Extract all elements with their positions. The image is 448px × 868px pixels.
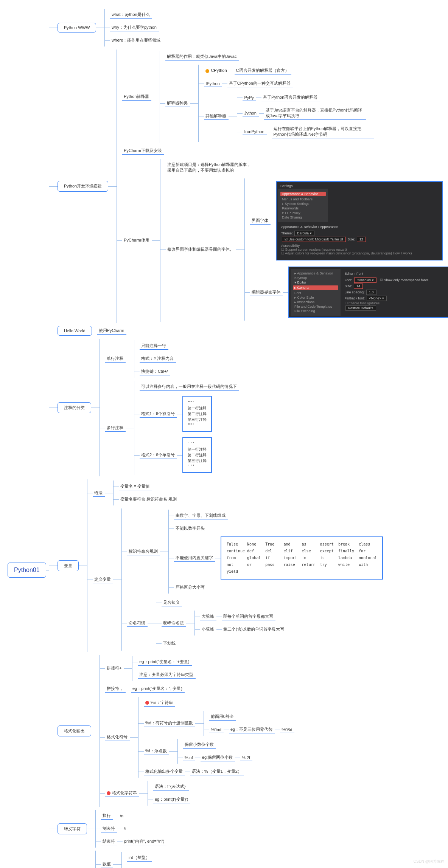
- root-node: Python01: [8, 563, 46, 578]
- leaf: CPython: [204, 67, 229, 74]
- leaf: IPython: [204, 81, 222, 87]
- keywords-box: False None True and as assert break clas…: [221, 536, 383, 580]
- node-var: 变量: [58, 560, 79, 571]
- leaf: 注意：变量必须为字符串类型: [138, 671, 196, 679]
- leaf: 格式化字符串: [105, 789, 139, 797]
- leaf: 其他解释器: [204, 112, 229, 120]
- leaf: 定义变量: [93, 576, 113, 583]
- leaf: 制表符: [101, 825, 117, 832]
- leaf: 界面字体: [250, 217, 271, 225]
- leaf: 标识符命名规则: [127, 548, 160, 555]
- leaf: 基于Java语言平台的解释器，直接把Python代码编译成Java字节码执行: [264, 107, 366, 120]
- leaf: PyCharm使用: [122, 237, 152, 244]
- leaf: %.nf: [183, 755, 195, 761]
- leaf: Jython: [243, 110, 258, 116]
- leaf: 严格区分大小写: [174, 584, 207, 591]
- leaf: 保留小数位个数: [183, 741, 216, 749]
- leaf: eg：print("变量名：", 变量): [131, 685, 185, 693]
- node-esc: 转义字符: [58, 823, 87, 834]
- leaf: C语言开发的解释器（官方）: [235, 67, 291, 74]
- leaf: 编辑器界面字体: [250, 288, 283, 296]
- leaf: 变量名 = 变量值: [119, 483, 152, 490]
- leaf: %d：有符号的十进制整数: [144, 719, 195, 727]
- leaf: 不能使用内置关键字: [174, 554, 215, 562]
- leaf: print("内容", end="\n"): [123, 838, 166, 845]
- leaf: why：为什么要学python: [110, 24, 159, 31]
- leaf: 格式化符号: [105, 733, 130, 741]
- leaf: eg：不足三位用零代替: [229, 726, 275, 733]
- leaf: 见名知义: [162, 599, 182, 606]
- leaf: \n: [118, 813, 126, 819]
- leaf: 即每个单词的首字母都大写: [222, 613, 275, 620]
- dot-icon: [205, 69, 209, 73]
- leaf: 拼接符，: [105, 685, 126, 693]
- leaf: 多行注释: [105, 424, 126, 432]
- leaf: 格式2：6个单引号: [140, 451, 177, 459]
- ide-screenshot-appearance: Settings Appearance & Behavior Menus and…: [276, 181, 443, 260]
- leaf: 解释器的作用：就类似Java中的Javac: [165, 53, 239, 60]
- leaf: 使用PyCharm: [97, 327, 127, 335]
- dot-icon: [145, 701, 149, 705]
- leaf: %.2f: [240, 755, 252, 761]
- node-comment: 注释的分类: [58, 402, 91, 413]
- node-www: Python WWW: [58, 23, 96, 33]
- leaf: Python解释器: [122, 93, 151, 101]
- code-box: ''' 第一行注释 第二行注释 第三行注释 ''': [182, 437, 212, 473]
- ide-screenshot-editor-font: ▸ Appearance & Behavior Keymap ▾ Editor …: [288, 267, 448, 318]
- leaf: int（整型）: [127, 854, 152, 862]
- leaf: %s：字符串: [144, 699, 175, 707]
- leaf: 第二个(含)以后的单词首字母大写: [222, 626, 286, 633]
- leaf: 运行在微软平台上的Python解释器，可以直接把Python代码编译成.Net字…: [272, 125, 374, 138]
- code-box: """ 第一行注释 第二行注释 第三行注释 """: [182, 396, 212, 432]
- leaf: 变量名要符合 标识符命名 规则: [119, 496, 179, 503]
- leaf: 语法: [93, 489, 105, 497]
- leaf: eg：print(f'{变量}'): [153, 796, 191, 803]
- leaf: 基于CPython的一种交互式解释器: [227, 80, 293, 87]
- node-hello: Hello World: [58, 326, 92, 336]
- leaf: 前面用0补全: [209, 713, 236, 721]
- leaf: %0nd: [209, 727, 224, 733]
- leaf: where：能作用在哪些领域: [110, 37, 163, 44]
- leaf: 格式：# 注释内容: [140, 355, 176, 363]
- leaf: PyCharm下载及安装: [122, 147, 164, 155]
- node-fmt: 格式化输出: [58, 725, 91, 736]
- watermark: CSDN @阿芳编程: [414, 859, 444, 864]
- leaf: 小驼峰: [200, 626, 216, 633]
- leaf: 修改界面字体和编辑器界面的字体。: [166, 246, 236, 253]
- leaf: 单行注释: [105, 355, 126, 363]
- leaf: %f：浮点数: [144, 747, 169, 755]
- leaf: eg:保留两位小数: [201, 754, 235, 761]
- leaf: 下划线: [162, 640, 178, 647]
- leaf: 命名习惯: [127, 619, 148, 627]
- leaf: \t: [123, 826, 129, 832]
- leaf: 数值: [101, 860, 113, 868]
- leaf: 注意新建项目是：选择Python解释器的版本，采用自己下载的，不要用默认虚拟的: [166, 161, 257, 174]
- leaf: 语法：f '{表达式}': [153, 783, 189, 790]
- leaf: what：python是什么: [110, 11, 152, 19]
- leaf: %03d: [280, 727, 294, 733]
- node-env: Python开发环境搭建: [58, 181, 108, 192]
- leaf: IronPython: [243, 129, 266, 135]
- leaf: 格式1：6个双引号: [140, 410, 177, 418]
- leaf: 不能以数字开头: [174, 525, 207, 532]
- leaf: 解释器种类: [165, 99, 190, 107]
- leaf: 拼接符+: [105, 665, 124, 672]
- leaf: 语法：%（变量1，变量2）: [190, 768, 244, 775]
- leaf: 可以注释多行内容，一般用在注释一段代码的情况下: [140, 383, 239, 391]
- leaf: 大驼峰: [200, 613, 216, 620]
- leaf: 结束符: [101, 838, 117, 845]
- leaf: 基于Python语言开发的解释器: [261, 94, 320, 101]
- leaf: 驼峰命名法: [162, 619, 186, 627]
- leaf: 由数字、字母、下划线组成: [174, 512, 228, 519]
- leaf: 换行: [101, 812, 113, 820]
- dot-icon: [107, 791, 110, 795]
- leaf: PyPy: [243, 95, 256, 101]
- leaf: eg：print("变量名："+变量): [138, 658, 191, 666]
- leaf: 只能注释一行: [140, 342, 168, 350]
- leaf: 格式化输出多个变量: [144, 768, 185, 775]
- leaf: 快捷键：Ctrl+/: [140, 368, 170, 375]
